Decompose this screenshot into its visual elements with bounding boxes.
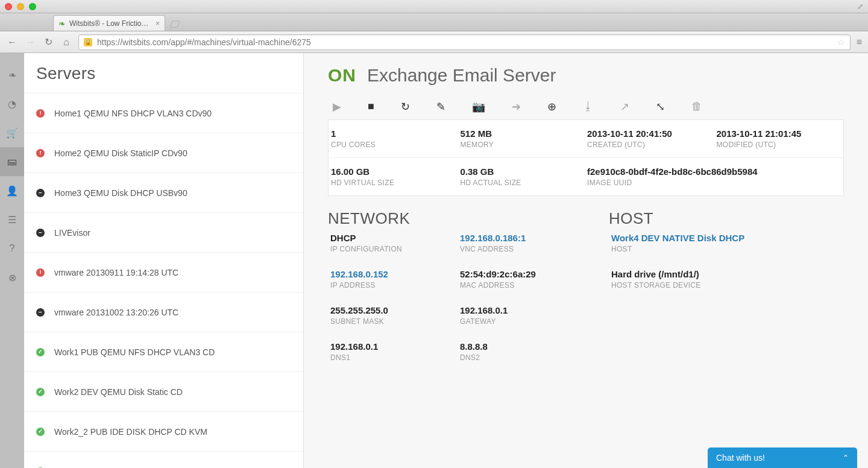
server-list-item[interactable]: vmware 20131002 13:20:26 UTC <box>24 292 303 332</box>
server-item-label: LIVEvisor <box>54 228 90 238</box>
reload-button[interactable]: ↻ <box>42 36 54 48</box>
network-title: NETWORK <box>328 209 585 228</box>
fullscreen-icon[interactable]: ⤢ <box>857 2 863 11</box>
host-name: Work4 DEV NATIVE Disk DHCPHOST <box>609 233 844 253</box>
tab-title: Witsbits® - Low Friction V <box>69 19 152 28</box>
status-dot-icon: ✓ <box>36 388 45 396</box>
snapshot-icon[interactable]: 📷 <box>472 100 485 113</box>
forward-button[interactable]: → <box>24 37 36 48</box>
edit-icon[interactable]: ✎ <box>436 100 445 113</box>
new-tab-button[interactable] <box>169 19 181 30</box>
net-ip-config: DHCPIP CONFIGURATION <box>328 233 458 253</box>
rail-cart-icon[interactable]: 🛒 <box>0 118 24 147</box>
net-gateway: 192.168.0.1GATEWAY <box>458 305 585 326</box>
server-list-item[interactable]: Home3 QEMU Disk DHCP USBv90 <box>24 172 303 212</box>
download-icon[interactable]: ⭳ <box>583 100 594 113</box>
url-bar[interactable]: 🔒 https://witsbits.com/app/#/machines/vi… <box>78 34 851 50</box>
vm-actions: ▶ ■ ↻ ✎ 📷 ➔ ⊕ ⭳ ↗ ⤡ 🗑 <box>328 100 844 113</box>
export-icon[interactable]: ↗ <box>620 100 629 113</box>
stat-hd-virtual: 16.00 GB HD VIRTUAL SIZE <box>329 166 458 187</box>
server-list-title: Servers <box>24 53 303 93</box>
lock-icon: 🔒 <box>84 38 92 46</box>
leaf-icon: ❧ <box>58 19 66 28</box>
rail-help-icon[interactable]: ? <box>0 234 24 263</box>
tabstrip: ❧ Witsbits® - Low Friction V × <box>0 13 868 31</box>
play-icon[interactable]: ▶ <box>333 100 341 113</box>
vm-name: Exchange Email Server <box>367 65 556 86</box>
stop-icon[interactable]: ■ <box>368 100 374 113</box>
main-panel: ON Exchange Email Server ▶ ■ ↻ ✎ 📷 ➔ ⊕ ⭳… <box>304 53 868 468</box>
net-subnet: 255.255.255.0SUBNET MASK <box>328 305 458 326</box>
stat-image-uuid: f2e910c8-0bdf-4f2e-bd8c-6bc86d9b5984 IMA… <box>585 166 843 187</box>
icon-rail: ❧ ◔ 🛒 🖴 👤 ☰ ? ⊗ <box>0 53 24 468</box>
status-dot-icon: ! <box>36 109 45 118</box>
zoom-window-button[interactable] <box>29 3 36 10</box>
server-list-item[interactable]: ✓Work3 DEV QEMU Disk DHCP USB <box>24 451 303 468</box>
back-button[interactable]: ← <box>6 37 18 48</box>
vm-header: ON Exchange Email Server <box>328 65 844 86</box>
titlebar: ⤢ <box>0 0 868 13</box>
server-list-item[interactable]: ✓Work1 PUB QEMU NFS DHCP VLAN3 CD <box>24 332 303 372</box>
rail-server-icon[interactable]: 🖴 <box>0 147 24 176</box>
stat-cpu-cores: 1 CPU CORES <box>329 128 458 149</box>
status-dot-icon <box>36 229 45 237</box>
net-mac: 52:54:d9:2c:6a:29MAC ADDRESS <box>458 269 585 289</box>
rail-close-icon[interactable]: ⊗ <box>0 263 24 292</box>
server-item-label: Home3 QEMU Disk DHCP USBv90 <box>54 188 187 198</box>
stat-hd-actual: 0.38 GB HD ACTUAL SIZE <box>458 166 585 187</box>
status-dot-icon: ✓ <box>36 348 45 356</box>
chat-widget[interactable]: Chat with us! ⌃ <box>708 447 857 468</box>
browser-tab[interactable]: ❧ Witsbits® - Low Friction V × <box>53 15 165 31</box>
rail-clock-icon[interactable]: ◔ <box>0 89 24 118</box>
chat-label: Chat with us! <box>716 453 765 463</box>
url-text: https://witsbits.com/app/#/machines/virt… <box>97 37 311 47</box>
host-storage: Hard drive (/mnt/d1/)HOST STORAGE DEVICE <box>609 269 844 289</box>
compress-icon[interactable]: ⤡ <box>656 100 665 113</box>
vm-status: ON <box>328 65 356 86</box>
rail-leaf-icon[interactable]: ❧ <box>0 60 24 89</box>
browser-toolbar: ← → ↻ ⌂ 🔒 https://witsbits.com/app/#/mac… <box>0 31 868 53</box>
server-item-label: Work2_2 PUB IDE DISK DHCP CD KVM <box>54 427 207 437</box>
stat-modified: 2013-10-11 21:01:45 MODIFIED (UTC) <box>714 128 844 149</box>
host-title: HOST <box>609 209 844 228</box>
home-button[interactable]: ⌂ <box>60 37 72 48</box>
close-tab-icon[interactable]: × <box>156 19 160 28</box>
migrate-icon[interactable]: ➔ <box>512 100 521 113</box>
close-window-button[interactable] <box>5 3 12 10</box>
net-vnc: 192.168.0.186:1VNC ADDRESS <box>458 233 585 253</box>
minimize-window-button[interactable] <box>17 3 24 10</box>
chrome-menu-button[interactable]: ≡ <box>857 37 862 48</box>
server-item-label: Home1 QEMU NFS DHCP VLAN3 CDv90 <box>54 109 212 118</box>
server-list-item[interactable]: !Home2 QEMU Disk StaticIP CDv90 <box>24 133 303 172</box>
add-icon[interactable]: ⊕ <box>547 100 556 113</box>
server-item-label: vmware 20131002 13:20:26 UTC <box>54 308 178 317</box>
delete-icon[interactable]: 🗑 <box>691 100 702 113</box>
net-ip-address: 192.168.0.152IP ADDRESS <box>328 269 458 289</box>
server-list-item[interactable]: !Home1 QEMU NFS DHCP VLAN3 CDv90 <box>24 93 303 133</box>
traffic-lights <box>5 3 36 10</box>
rail-list-icon[interactable]: ☰ <box>0 205 24 234</box>
net-dns1: 192.168.0.1DNS1 <box>328 341 458 362</box>
server-list-item[interactable]: ✓Work2_2 PUB IDE DISK DHCP CD KVM <box>24 411 303 451</box>
rail-user-icon[interactable]: 👤 <box>0 176 24 205</box>
server-item-label: Home2 QEMU Disk StaticIP CDv90 <box>54 148 187 158</box>
status-dot-icon: ! <box>36 149 45 157</box>
restart-icon[interactable]: ↻ <box>401 100 410 113</box>
server-item-label: vmware 20130911 19:14:28 UTC <box>54 268 178 277</box>
status-dot-icon: ! <box>36 268 45 277</box>
browser-chrome: ⤢ ❧ Witsbits® - Low Friction V × ← → ↻ ⌂… <box>0 0 868 53</box>
stat-created: 2013-10-11 20:41:50 CREATED (UTC) <box>585 128 714 149</box>
server-list-item[interactable]: ✓Work2 DEV QEMU Disk Static CD <box>24 372 303 411</box>
status-dot-icon <box>36 308 45 317</box>
status-dot-icon: ✓ <box>36 428 45 436</box>
chevron-up-icon: ⌃ <box>843 454 849 462</box>
status-dot-icon <box>36 189 45 197</box>
net-dns2: 8.8.8.8DNS2 <box>458 341 585 362</box>
stat-memory: 512 MB MEMORY <box>458 128 585 149</box>
server-list-item[interactable]: !vmware 20130911 19:14:28 UTC <box>24 252 303 292</box>
server-item-label: Work2 DEV QEMU Disk Static CD <box>54 387 183 397</box>
vm-stats-panel: 1 CPU CORES 512 MB MEMORY 2013-10-11 20:… <box>328 119 844 196</box>
bookmark-star-icon[interactable]: ☆ <box>837 37 845 47</box>
server-list-item[interactable]: LIVEvisor <box>24 212 303 252</box>
server-item-label: Work1 PUB QEMU NFS DHCP VLAN3 CD <box>54 347 215 357</box>
